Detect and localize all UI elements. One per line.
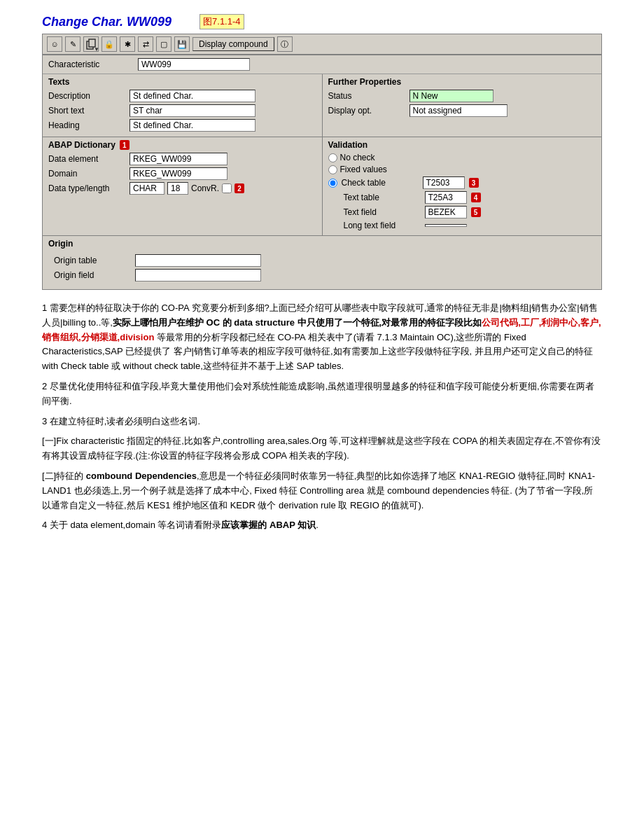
para4-text: 4 关于 data element,domain 等名词请看附录 xyxy=(42,520,221,530)
copy-icon[interactable]: ▼ xyxy=(83,36,99,52)
description-row: Description St defined Char. xyxy=(48,90,316,102)
status-label: Status xyxy=(328,91,405,101)
display-opt-row: Display opt. Not assigned xyxy=(328,104,596,117)
datatype-length: 18 xyxy=(167,182,188,195)
para4-end: . xyxy=(316,520,318,530)
texts-panel: Texts Description St defined Char. Short… xyxy=(43,74,323,137)
further-properties-title: Further Properties xyxy=(328,77,596,87)
paragraph-2: 2 尽量优化使用特征和值字段,毕竟大量使用他们会对系统性能造成影响,虽然道理很明… xyxy=(42,380,602,409)
para3-two-text: [二]特征的 xyxy=(42,471,86,481)
no-check-label: No check xyxy=(340,153,375,162)
origin-field-value xyxy=(135,269,261,282)
page-icon[interactable]: ▢ xyxy=(156,36,172,52)
data-element-label: Data element xyxy=(48,154,125,164)
abap-title: ABAP Dictionary xyxy=(48,140,115,150)
characteristic-row: Characteristic WW099 xyxy=(43,55,601,74)
text-field-value: BEZEK xyxy=(425,206,467,218)
toolbar: ☺ ✎ ▼ 🔒 ✱ ⇄ ▢ 💾 Display compound ⓘ xyxy=(42,34,602,55)
edit-icon[interactable]: ✎ xyxy=(65,36,80,52)
asterisk-icon[interactable]: ✱ xyxy=(120,36,135,52)
characteristic-label: Characteristic xyxy=(48,60,132,69)
main-panel: Characteristic WW099 Texts Description S… xyxy=(42,55,602,290)
paragraph-1: 1 需要怎样的特征取决于你的 CO-PA 究竟要分析到多细?上面已经介绍可从哪些… xyxy=(42,301,602,374)
paragraph-4: 4 关于 data element,domain 等名词请看附录应该掌握的 AB… xyxy=(42,518,602,533)
check-table-label: Check table xyxy=(342,178,419,188)
origin-title: Origin xyxy=(48,239,596,249)
datatype-label: Data type/length xyxy=(48,183,125,193)
long-text-field-value xyxy=(425,224,467,227)
further-properties-panel: Further Properties Status N New Display … xyxy=(323,74,602,137)
status-value: N New xyxy=(410,90,493,102)
data-element-value: RKEG_WW099 xyxy=(130,153,227,165)
person-icon[interactable]: ☺ xyxy=(47,36,62,52)
heading-value: St defined Char. xyxy=(130,119,255,132)
short-text-row: Short text ST char xyxy=(48,104,316,117)
paragraph-3-intro: 3 在建立特征时,读者必须明白这些名词. xyxy=(42,415,602,429)
display-opt-label: Display opt. xyxy=(328,106,405,116)
origin-table-label: Origin table xyxy=(54,256,131,265)
para3-two-bold: combound Dependencies xyxy=(86,471,197,481)
description-label: Description xyxy=(48,91,125,101)
validation-title: Validation xyxy=(328,140,596,150)
para3-text: 3 在建立特征时,读者必须明白这些名词. xyxy=(42,416,200,426)
paragraph-3-two: [二]特征的 combound Dependencies,意思是一个特征必须同时… xyxy=(42,469,602,513)
convr-checkbox[interactable] xyxy=(222,183,232,193)
save-icon[interactable]: 💾 xyxy=(174,36,190,52)
figure-label: 图7.1.1-4 xyxy=(200,14,244,29)
check-table-row: Check table T2503 3 xyxy=(328,176,596,189)
text-table-label: Text table xyxy=(344,193,421,202)
datatype-controls: CHAR 18 ConvR. 2 xyxy=(130,182,244,195)
description-value: St defined Char. xyxy=(130,90,255,102)
text-field-label: Text field xyxy=(344,207,421,217)
short-text-label: Short text xyxy=(48,106,125,116)
text-field-row: Text field BEZEK 5 xyxy=(328,206,596,218)
heading-label: Heading xyxy=(48,120,125,130)
text-table-badge: 4 xyxy=(471,193,481,202)
characteristic-value: WW099 xyxy=(138,58,250,71)
text-table-row: Text table T25A3 4 xyxy=(328,191,596,204)
long-text-field-label: Long text field xyxy=(344,221,421,230)
long-text-field-row: Long text field xyxy=(328,221,596,230)
origin-table-row: Origin table xyxy=(54,254,316,267)
info-icon[interactable]: ⓘ xyxy=(277,36,293,52)
validation-panel: Validation No check Fixed values Check t… xyxy=(323,137,602,235)
para2-text: 2 尽量优化使用特征和值字段,毕竟大量使用他们会对系统性能造成影响,虽然道理很明… xyxy=(42,381,594,406)
abap-validation-section: ABAP Dictionary 1 Data element RKEG_WW09… xyxy=(43,137,601,235)
fixed-values-radio[interactable] xyxy=(328,165,337,174)
body-text: 1 需要怎样的特征取决于你的 CO-PA 究竟要分析到多细?上面已经介绍可从哪些… xyxy=(42,301,602,533)
origin-field-row: Origin field xyxy=(54,269,316,282)
domain-value: RKEG_WW099 xyxy=(130,167,227,180)
data-element-row: Data element RKEG_WW099 xyxy=(48,153,316,165)
datatype-value: CHAR xyxy=(130,182,164,195)
display-opt-value: Not assigned xyxy=(410,104,507,117)
para1-bold: 实际上哪怕用户在维护 OC 的 data structure 中只使用了一个特征… xyxy=(113,317,482,328)
datatype-row: Data type/length CHAR 18 ConvR. 2 xyxy=(48,182,316,195)
texts-title: Texts xyxy=(48,77,316,87)
para4-bold: 应该掌握的 ABAP 知识 xyxy=(221,520,316,530)
check-table-value: T2503 xyxy=(423,176,465,189)
origin-left: Origin table Origin field xyxy=(48,251,322,286)
abap-header: ABAP Dictionary 1 xyxy=(48,140,316,150)
lock-icon[interactable]: 🔒 xyxy=(102,36,117,52)
paragraph-3-fix: [一]Fix characteristic 指固定的特征,比如客户,contro… xyxy=(42,434,602,464)
fixed-values-row: Fixed values xyxy=(328,165,596,174)
heading-row: Heading St defined Char. xyxy=(48,119,316,132)
no-check-row: No check xyxy=(328,153,596,162)
datatype-badge: 2 xyxy=(234,183,244,193)
text-field-badge: 5 xyxy=(471,207,481,217)
domain-label: Domain xyxy=(48,169,125,179)
origin-fields: Origin table Origin field xyxy=(48,251,596,286)
check-table-badge: 3 xyxy=(469,178,479,188)
text-table-value: T25A3 xyxy=(425,191,467,204)
para3-fix-text: [一]Fix characteristic 指固定的特征,比如客户,contro… xyxy=(42,436,601,461)
abap-dictionary-panel: ABAP Dictionary 1 Data element RKEG_WW09… xyxy=(43,137,323,235)
fixed-values-label: Fixed values xyxy=(340,165,387,174)
display-compound-button[interactable]: Display compound xyxy=(192,37,274,51)
texts-further-section: Texts Description St defined Char. Short… xyxy=(43,74,601,137)
convr-label: ConvR. xyxy=(191,183,219,193)
check-table-radio[interactable] xyxy=(328,179,337,188)
origin-table-value xyxy=(135,254,261,267)
move-icon[interactable]: ⇄ xyxy=(138,36,153,52)
short-text-value: ST char xyxy=(130,104,255,117)
no-check-radio[interactable] xyxy=(328,153,337,162)
